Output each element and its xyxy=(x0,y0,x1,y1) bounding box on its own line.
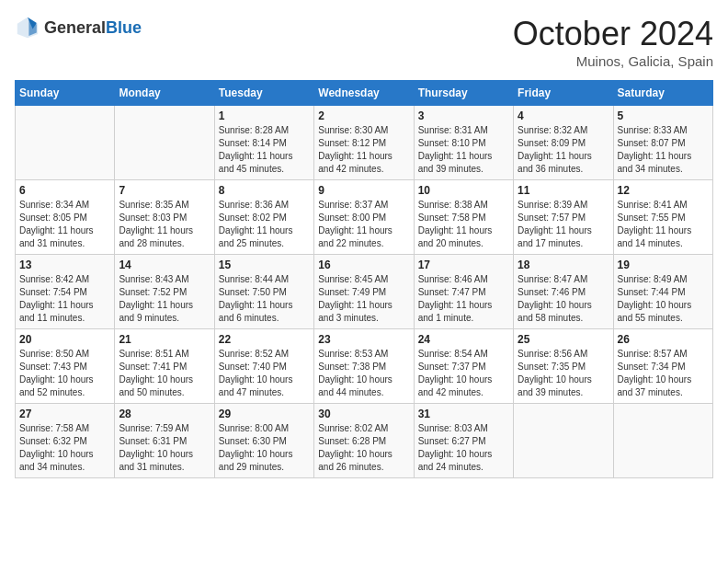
weekday-header-row: SundayMondayTuesdayWednesdayThursdayFrid… xyxy=(16,81,713,106)
calendar-cell: 9Sunrise: 8:37 AM Sunset: 8:00 PM Daylig… xyxy=(314,180,414,255)
day-detail: Sunrise: 8:39 AM Sunset: 7:57 PM Dayligh… xyxy=(518,199,609,250)
day-detail: Sunrise: 8:37 AM Sunset: 8:00 PM Dayligh… xyxy=(318,199,409,250)
day-number: 9 xyxy=(318,184,409,197)
day-detail: Sunrise: 8:36 AM Sunset: 8:02 PM Dayligh… xyxy=(219,199,310,250)
calendar-week-row: 20Sunrise: 8:50 AM Sunset: 7:43 PM Dayli… xyxy=(16,329,713,404)
day-number: 17 xyxy=(418,259,509,271)
day-number: 21 xyxy=(119,333,210,346)
day-detail: Sunrise: 7:58 AM Sunset: 6:32 PM Dayligh… xyxy=(19,422,110,474)
day-number: 18 xyxy=(518,259,609,271)
day-number: 30 xyxy=(318,408,409,420)
day-detail: Sunrise: 8:38 AM Sunset: 7:58 PM Dayligh… xyxy=(418,199,509,250)
calendar-week-row: 27Sunrise: 7:58 AM Sunset: 6:32 PM Dayli… xyxy=(16,404,713,478)
calendar-cell xyxy=(613,404,712,478)
day-detail: Sunrise: 8:45 AM Sunset: 7:49 PM Dayligh… xyxy=(318,273,409,325)
day-detail: Sunrise: 8:03 AM Sunset: 6:27 PM Dayligh… xyxy=(418,422,509,474)
calendar-cell: 22Sunrise: 8:52 AM Sunset: 7:40 PM Dayli… xyxy=(214,329,313,404)
day-detail: Sunrise: 8:53 AM Sunset: 7:38 PM Dayligh… xyxy=(318,348,409,399)
day-detail: Sunrise: 8:46 AM Sunset: 7:47 PM Dayligh… xyxy=(418,273,509,325)
day-number: 10 xyxy=(418,184,509,197)
logo: GeneralBlue xyxy=(15,15,142,40)
calendar-cell: 20Sunrise: 8:50 AM Sunset: 7:43 PM Dayli… xyxy=(16,329,115,404)
logo-icon xyxy=(15,15,40,40)
calendar-cell: 6Sunrise: 8:34 AM Sunset: 8:05 PM Daylig… xyxy=(16,180,115,255)
day-number: 24 xyxy=(418,333,509,346)
day-number: 25 xyxy=(518,333,609,346)
location-title: Muinos, Galicia, Spain xyxy=(513,53,713,69)
calendar-cell: 4Sunrise: 8:32 AM Sunset: 8:09 PM Daylig… xyxy=(514,106,613,180)
day-detail: Sunrise: 8:54 AM Sunset: 7:37 PM Dayligh… xyxy=(418,348,509,399)
day-detail: Sunrise: 8:00 AM Sunset: 6:30 PM Dayligh… xyxy=(219,422,310,474)
calendar-cell xyxy=(115,106,214,180)
day-detail: Sunrise: 8:43 AM Sunset: 7:52 PM Dayligh… xyxy=(119,273,210,325)
day-number: 6 xyxy=(19,184,110,197)
calendar-cell: 23Sunrise: 8:53 AM Sunset: 7:38 PM Dayli… xyxy=(314,329,414,404)
title-block: October 2024 Muinos, Galicia, Spain xyxy=(513,15,713,69)
day-detail: Sunrise: 8:57 AM Sunset: 7:34 PM Dayligh… xyxy=(618,348,709,399)
day-number: 7 xyxy=(119,184,210,197)
calendar-cell: 24Sunrise: 8:54 AM Sunset: 7:37 PM Dayli… xyxy=(414,329,513,404)
day-detail: Sunrise: 8:44 AM Sunset: 7:50 PM Dayligh… xyxy=(219,273,310,325)
logo-text: GeneralBlue xyxy=(44,18,142,38)
month-title: October 2024 xyxy=(513,15,713,53)
day-detail: Sunrise: 8:51 AM Sunset: 7:41 PM Dayligh… xyxy=(119,348,210,399)
logo-blue: Blue xyxy=(106,18,142,37)
day-detail: Sunrise: 8:49 AM Sunset: 7:44 PM Dayligh… xyxy=(618,273,709,325)
day-detail: Sunrise: 8:35 AM Sunset: 8:03 PM Dayligh… xyxy=(119,199,210,250)
calendar-cell: 11Sunrise: 8:39 AM Sunset: 7:57 PM Dayli… xyxy=(514,180,613,255)
day-number: 8 xyxy=(219,184,310,197)
day-detail: Sunrise: 8:28 AM Sunset: 8:14 PM Dayligh… xyxy=(219,124,310,176)
day-number: 29 xyxy=(219,408,310,420)
day-number: 11 xyxy=(518,184,609,197)
calendar-cell: 13Sunrise: 8:42 AM Sunset: 7:54 PM Dayli… xyxy=(16,255,115,329)
weekday-header-thursday: Thursday xyxy=(414,81,513,106)
day-number: 31 xyxy=(418,408,509,420)
calendar-cell: 28Sunrise: 7:59 AM Sunset: 6:31 PM Dayli… xyxy=(115,404,214,478)
calendar-cell: 8Sunrise: 8:36 AM Sunset: 8:02 PM Daylig… xyxy=(214,180,313,255)
weekday-header-sunday: Sunday xyxy=(16,81,115,106)
day-number: 27 xyxy=(19,408,110,420)
day-detail: Sunrise: 8:30 AM Sunset: 8:12 PM Dayligh… xyxy=(318,124,409,176)
day-number: 13 xyxy=(19,259,110,271)
day-detail: Sunrise: 8:47 AM Sunset: 7:46 PM Dayligh… xyxy=(518,273,609,325)
calendar-cell: 26Sunrise: 8:57 AM Sunset: 7:34 PM Dayli… xyxy=(613,329,712,404)
calendar-cell: 12Sunrise: 8:41 AM Sunset: 7:55 PM Dayli… xyxy=(613,180,712,255)
weekday-header-tuesday: Tuesday xyxy=(214,81,313,106)
day-number: 20 xyxy=(19,333,110,346)
calendar-cell: 27Sunrise: 7:58 AM Sunset: 6:32 PM Dayli… xyxy=(16,404,115,478)
day-number: 15 xyxy=(219,259,310,271)
day-detail: Sunrise: 8:31 AM Sunset: 8:10 PM Dayligh… xyxy=(418,124,509,176)
weekday-header-monday: Monday xyxy=(115,81,214,106)
calendar-cell xyxy=(514,404,613,478)
day-number: 26 xyxy=(618,333,709,346)
day-number: 23 xyxy=(318,333,409,346)
calendar-cell: 18Sunrise: 8:47 AM Sunset: 7:46 PM Dayli… xyxy=(514,255,613,329)
calendar-cell: 17Sunrise: 8:46 AM Sunset: 7:47 PM Dayli… xyxy=(414,255,513,329)
calendar-cell: 21Sunrise: 8:51 AM Sunset: 7:41 PM Dayli… xyxy=(115,329,214,404)
day-detail: Sunrise: 8:50 AM Sunset: 7:43 PM Dayligh… xyxy=(19,348,110,399)
calendar-cell: 29Sunrise: 8:00 AM Sunset: 6:30 PM Dayli… xyxy=(214,404,313,478)
day-detail: Sunrise: 8:56 AM Sunset: 7:35 PM Dayligh… xyxy=(518,348,609,399)
weekday-header-wednesday: Wednesday xyxy=(314,81,414,106)
calendar-cell xyxy=(16,106,115,180)
day-detail: Sunrise: 8:33 AM Sunset: 8:07 PM Dayligh… xyxy=(618,124,709,176)
calendar-table: SundayMondayTuesdayWednesdayThursdayFrid… xyxy=(15,80,713,478)
day-detail: Sunrise: 8:41 AM Sunset: 7:55 PM Dayligh… xyxy=(618,199,709,250)
calendar-week-row: 1Sunrise: 8:28 AM Sunset: 8:14 PM Daylig… xyxy=(16,106,713,180)
day-number: 19 xyxy=(618,259,709,271)
calendar-cell: 15Sunrise: 8:44 AM Sunset: 7:50 PM Dayli… xyxy=(214,255,313,329)
page-header: GeneralBlue October 2024 Muinos, Galicia… xyxy=(15,15,713,69)
day-number: 12 xyxy=(618,184,709,197)
calendar-cell: 5Sunrise: 8:33 AM Sunset: 8:07 PM Daylig… xyxy=(613,106,712,180)
day-number: 22 xyxy=(219,333,310,346)
weekday-header-friday: Friday xyxy=(514,81,613,106)
day-number: 1 xyxy=(219,109,310,122)
day-detail: Sunrise: 8:34 AM Sunset: 8:05 PM Dayligh… xyxy=(19,199,110,250)
logo-general: General xyxy=(44,18,106,37)
calendar-cell: 16Sunrise: 8:45 AM Sunset: 7:49 PM Dayli… xyxy=(314,255,414,329)
day-number: 16 xyxy=(318,259,409,271)
calendar-cell: 31Sunrise: 8:03 AM Sunset: 6:27 PM Dayli… xyxy=(414,404,513,478)
day-number: 5 xyxy=(618,109,709,122)
day-detail: Sunrise: 8:02 AM Sunset: 6:28 PM Dayligh… xyxy=(318,422,409,474)
day-detail: Sunrise: 8:32 AM Sunset: 8:09 PM Dayligh… xyxy=(518,124,609,176)
